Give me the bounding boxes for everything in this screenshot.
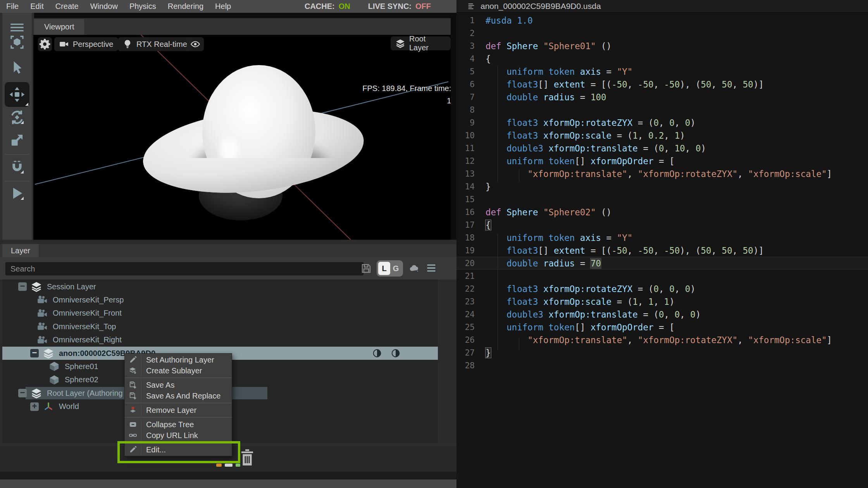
live-sync-status: OFF [415, 2, 431, 11]
code-line-15[interactable]: 15 [456, 193, 868, 206]
drag-handle-tool[interactable] [9, 20, 25, 35]
code-line-22[interactable]: 22 float3 xformOp:rotateZYX = (0, 0, 0) [456, 282, 868, 295]
camera-icon [36, 321, 49, 332]
menu-item-remove-layer[interactable]: Remove Layer [125, 405, 232, 416]
eye-icon[interactable] [391, 348, 401, 358]
move-tool[interactable] [5, 82, 29, 107]
code-line-13[interactable]: 13 "xformOp:translate", "xformOp:rotateZ… [456, 167, 868, 180]
code-line-19[interactable]: 19 float3[] extent = [(-50, -50, -50), (… [456, 244, 868, 257]
play-icon [9, 186, 25, 201]
panel-gap [0, 472, 456, 479]
menu-item-collapse-tree[interactable]: Collapse Tree [125, 419, 232, 430]
layer-tree-row-session-layer[interactable]: −Session Layer [2, 280, 438, 293]
tab-viewport[interactable]: Viewport [34, 19, 84, 35]
collapse-toggle[interactable]: − [18, 389, 27, 397]
camera-label: Perspective [73, 40, 114, 49]
menu-create[interactable]: Create [55, 2, 79, 11]
tab-layer[interactable]: Layer [2, 244, 39, 257]
scale-tool[interactable] [9, 132, 25, 148]
code-line-7[interactable]: 7 double radius = 100 [456, 91, 868, 103]
menu-item-edit-[interactable]: Edit... [125, 444, 232, 455]
code-line-12[interactable]: 12 uniform token[] xformOpOrder = [ [456, 155, 868, 167]
code-line-21[interactable]: 21 [456, 270, 868, 282]
search-input[interactable] [5, 262, 363, 275]
cloud-icon[interactable] [408, 263, 421, 273]
save-as-icon [125, 390, 141, 401]
root-layer-button[interactable]: Root Layer [391, 36, 451, 50]
root-layer-label: Root Layer [409, 35, 446, 52]
toggle-global-button[interactable]: G [390, 262, 401, 275]
play-tool[interactable] [9, 186, 25, 201]
camera-selector-button[interactable]: Perspective [54, 37, 118, 51]
code-line-25[interactable]: 25 uniform token[] xformOpOrder = [ [456, 321, 868, 333]
code-line-4[interactable]: 4{ [456, 52, 868, 65]
code-line-18[interactable]: 18 uniform token axis = "Y" [456, 231, 868, 244]
select-box-icon [9, 34, 25, 50]
toggle-local-button[interactable]: L [378, 262, 390, 275]
layer-tree-row-omniversekit-top[interactable]: OmniverseKit_Top [2, 320, 438, 333]
code-text: float3 xformOp:rotateZYX = (0, 0, 0) [486, 118, 696, 128]
menu-item-set-authoring-layer[interactable]: Set Authoring Layer [125, 354, 232, 365]
resolution-text: 1075x547 [67, 95, 451, 107]
magnet-tool[interactable] [9, 159, 25, 175]
collapse-toggle[interactable]: − [18, 282, 27, 291]
code-line-28[interactable]: 28 [456, 359, 868, 372]
menu-edit[interactable]: Edit [30, 2, 43, 11]
bottom-status-bar [0, 479, 456, 488]
menu-window[interactable]: Window [90, 2, 118, 11]
code-line-23[interactable]: 23 float3 xformOp:scale = (1, 1, 1) [456, 295, 868, 308]
code-line-16[interactable]: 16def Sphere "Sphere02" () [456, 206, 868, 218]
code-line-17[interactable]: 17{ [456, 218, 868, 231]
code-line-1[interactable]: 1#usda 1.0 [456, 14, 868, 27]
indent-guide [519, 337, 519, 350]
line-number: 23 [456, 297, 486, 306]
menu-item-save-as[interactable]: Save As [125, 380, 232, 390]
code-editor[interactable]: 1#usda 1.023def Sphere "Sphere01" ()4{5 … [456, 14, 868, 372]
menu-help[interactable]: Help [215, 2, 231, 11]
rotate-tool[interactable] [9, 110, 25, 125]
layer-label: Session Layer [47, 282, 96, 291]
line-number: 9 [456, 118, 486, 127]
usda-code-panel: anon_000002C59B9BA9D0.usda 1#usda 1.023d… [456, 0, 868, 488]
viewport-canvas[interactable]: Perspective RTX Real-time Root Layer FPS… [33, 35, 451, 240]
code-line-8[interactable]: 8 [456, 103, 868, 116]
menu-item-label: Remove Layer [146, 406, 196, 415]
hamburger-icon[interactable] [425, 263, 437, 273]
renderer-selector-button[interactable]: RTX Real-time [118, 37, 192, 51]
trash-icon[interactable] [239, 448, 255, 467]
menu-file[interactable]: File [6, 2, 19, 11]
eye-icon[interactable] [372, 348, 382, 358]
code-line-14[interactable]: 14} [456, 180, 868, 193]
code-line-24[interactable]: 24 double3 xformOp:translate = (0, 0, 0) [456, 308, 868, 321]
code-line-6[interactable]: 6 float3[] extent = [(-50, -50, -50), (5… [456, 78, 868, 91]
code-line-9[interactable]: 9 float3 xformOp:rotateZYX = (0, 0, 0) [456, 116, 868, 129]
collapse-toggle[interactable]: − [30, 349, 39, 357]
code-line-11[interactable]: 11 double3 xformOp:translate = (0, 10, 0… [456, 142, 868, 155]
save-icon[interactable] [360, 263, 372, 274]
menu-item-copy-url-link[interactable]: Copy URL Link [125, 430, 232, 441]
expand-toggle[interactable]: + [30, 402, 39, 411]
code-line-26[interactable]: 26 "xformOp:translate", "xformOp:rotateZ… [456, 333, 868, 346]
code-line-27[interactable]: 27} [456, 346, 868, 359]
code-line-2[interactable]: 2 [456, 27, 868, 40]
menu-item-create-sublayer[interactable]: Create Sublayer [125, 365, 232, 376]
menu-physics[interactable]: Physics [129, 2, 156, 11]
menu-item-save-as-and-replace[interactable]: Save As And Replace [125, 390, 232, 401]
layer-tree-row-omniversekit-front[interactable]: OmniverseKit_Front [2, 307, 438, 320]
visibility-button[interactable] [187, 37, 204, 51]
camera-icon [36, 294, 49, 306]
menu-rendering[interactable]: Rendering [168, 2, 203, 11]
select-box-tool[interactable] [9, 34, 25, 50]
layer-tree-row-omniversekit-right[interactable]: OmniverseKit_Right [2, 333, 438, 347]
viewport-settings-button[interactable] [38, 37, 52, 51]
code-line-20[interactable]: 20 double radius = 70 [456, 257, 868, 270]
code-text: double3 xformOp:translate = (0, 0, 0) [486, 309, 701, 320]
code-line-10[interactable]: 10 float3 xformOp:scale = (1, 0.2, 1) [456, 129, 868, 142]
cursor-tool[interactable] [9, 60, 25, 76]
layer-label: World [59, 402, 79, 411]
local-global-toggle: L G [377, 260, 403, 277]
layer-tree-row-omniversekit-persp[interactable]: OmniverseKit_Persp [2, 293, 438, 306]
code-line-5[interactable]: 5 uniform token axis = "Y" [456, 65, 868, 78]
cloud-sync-icon[interactable] [435, 2, 446, 11]
code-line-3[interactable]: 3def Sphere "Sphere01" () [456, 40, 868, 52]
